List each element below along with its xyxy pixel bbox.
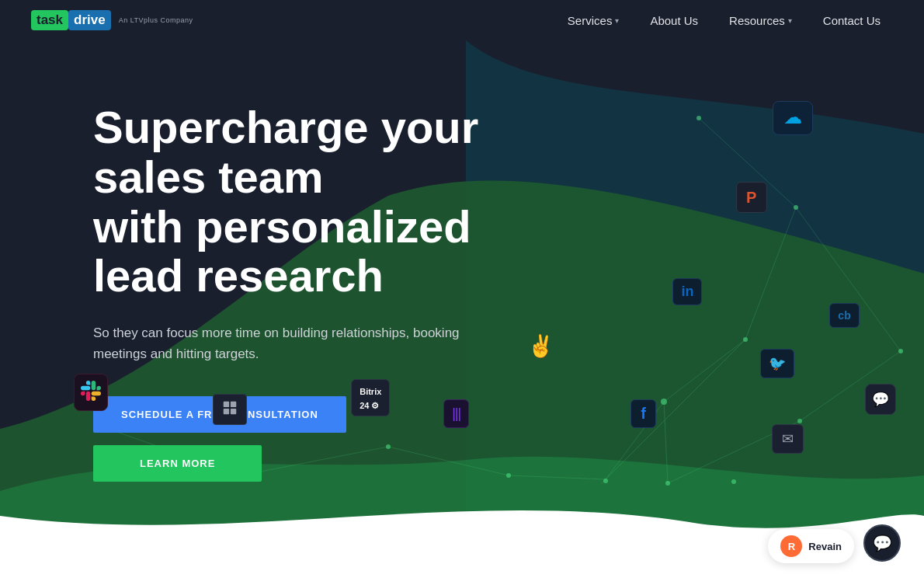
hero-buttons: SCHEDULE A FREE CONSULTATION LEARN MORE bbox=[93, 396, 497, 482]
crunchbase-icon: cb bbox=[829, 303, 859, 328]
logo[interactable]: taskdrive An LTVplus Company bbox=[31, 10, 193, 30]
svg-point-14 bbox=[696, 116, 701, 120]
logo-drive: drive bbox=[68, 10, 111, 30]
svg-point-19 bbox=[898, 349, 903, 353]
hero-subtitle: So they can focus more time on building … bbox=[93, 322, 497, 364]
bitrix24-icon: Bitrix 24 ⚙ bbox=[351, 379, 390, 416]
nav-about[interactable]: About Us bbox=[637, 9, 710, 32]
chat-widget[interactable]: 💬 bbox=[863, 524, 901, 562]
svg-rect-28 bbox=[231, 402, 236, 407]
baremetrics-icon: ||| bbox=[443, 399, 469, 428]
productboard-icon: ✌ bbox=[527, 333, 554, 359]
nav-resources[interactable]: Resources ▾ bbox=[717, 9, 804, 32]
hero-content: Supercharge your sales team with persona… bbox=[0, 40, 544, 528]
svg-point-16 bbox=[743, 337, 748, 342]
salesforce-icon: ☁ bbox=[773, 101, 813, 135]
revain-label: Revain bbox=[808, 541, 842, 552]
navbar: taskdrive An LTVplus Company Services ▾ … bbox=[0, 0, 924, 40]
svg-rect-30 bbox=[231, 409, 236, 414]
hero-title: Supercharge your sales team with persona… bbox=[93, 103, 497, 301]
svg-point-17 bbox=[661, 399, 667, 405]
logo-sub: An LTVplus Company bbox=[119, 16, 193, 24]
svg-point-21 bbox=[603, 479, 608, 483]
slack-icon bbox=[74, 374, 108, 411]
svg-rect-27 bbox=[223, 402, 228, 407]
nav-services[interactable]: Services ▾ bbox=[555, 9, 632, 32]
email-icon: ✉ bbox=[772, 424, 804, 454]
hero-section: ☁ P in cb 🐦 f ✉ Bitrix bbox=[0, 40, 924, 545]
linkedin-icon: in bbox=[672, 278, 702, 305]
learn-more-button[interactable]: LEARN MORE bbox=[93, 445, 262, 482]
nav-contact[interactable]: Contact Us bbox=[811, 9, 893, 32]
frontapp-icon bbox=[213, 394, 247, 425]
chevron-down-icon: ▾ bbox=[615, 16, 619, 25]
producthunt-icon: P bbox=[736, 182, 767, 213]
svg-point-15 bbox=[794, 205, 798, 210]
twitter-icon: 🐦 bbox=[760, 349, 794, 378]
logo-badge: task bbox=[31, 10, 68, 30]
svg-point-20 bbox=[797, 419, 802, 423]
chat-bubble-icon: 💬 bbox=[865, 384, 896, 415]
revain-widget[interactable]: R Revain bbox=[768, 529, 854, 563]
nav-links: Services ▾ About Us Resources ▾ Contact … bbox=[555, 9, 893, 32]
chat-icon: 💬 bbox=[873, 534, 892, 552]
revain-logo: R bbox=[780, 535, 802, 557]
svg-point-26 bbox=[731, 479, 736, 484]
svg-rect-29 bbox=[223, 409, 228, 414]
facebook-icon: f bbox=[630, 399, 656, 428]
chevron-down-icon-2: ▾ bbox=[788, 16, 792, 25]
